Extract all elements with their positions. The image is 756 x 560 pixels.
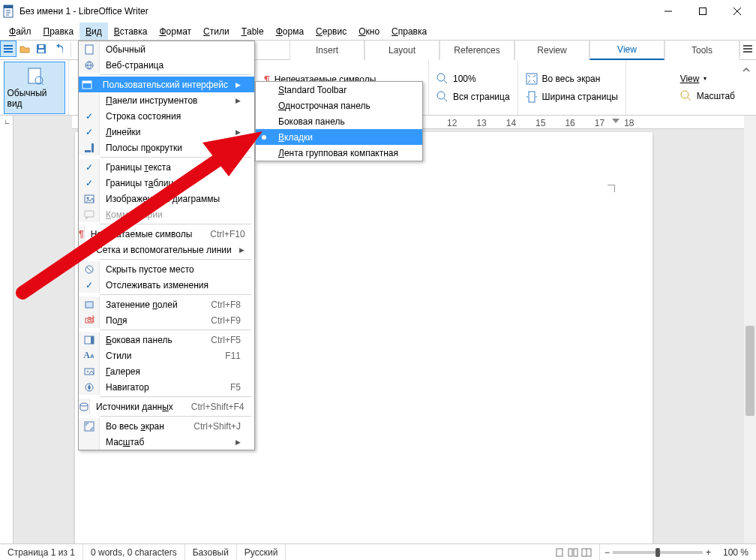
menu-item[interactable]: abПоляCtrl+F9 — [79, 312, 254, 328]
menu-item[interactable]: Галерея — [79, 363, 254, 379]
menu-item-label: Боковая панель — [100, 335, 193, 345]
close-button[interactable] — [720, 0, 754, 23]
menu-item[interactable]: ¶Непечатаемые символыCtrl+F10 — [79, 226, 254, 242]
collapse-ribbon-button[interactable] — [738, 62, 754, 78]
fullscreen-button[interactable]: Во весь экран — [523, 71, 621, 86]
menu-item[interactable]: Веб-страница — [79, 57, 254, 73]
svg-point-25 — [86, 197, 88, 199]
view-menu-button[interactable]: View ▾ — [677, 72, 738, 86]
menu-item-label: Изображения и диаграммы — [100, 194, 241, 204]
menu-правка[interactable]: Правка — [38, 23, 80, 40]
menu-shortcut: Ctrl+F10 — [192, 229, 244, 239]
submenu-item[interactable]: Лента групповая компактная — [256, 145, 422, 161]
menu-вид[interactable]: Вид — [80, 23, 108, 40]
normal-view-button[interactable]: Обычный вид — [4, 62, 65, 114]
submenu-item[interactable]: Однострочная панель — [256, 98, 422, 113]
menu-item[interactable]: Во весь экранCtrl+Shift+J — [79, 418, 254, 434]
status-style[interactable]: Базовый — [185, 544, 237, 560]
menu-item[interactable]: Затенение полейCtrl+F8 — [79, 297, 254, 312]
svg-point-8 — [437, 74, 445, 81]
ribbon-tab-review[interactable]: Review — [514, 41, 590, 60]
menu-item[interactable]: ✓Линейки▶ — [79, 124, 254, 140]
menu-item[interactable]: ✓Границы текста — [79, 159, 254, 175]
status-words[interactable]: 0 words, 0 characters — [83, 544, 185, 560]
normal-view-label: Обычный вид — [8, 88, 62, 109]
bullet-icon — [256, 145, 272, 161]
menu-item[interactable]: Панели инструментов▶ — [79, 92, 254, 108]
maximize-button[interactable] — [686, 0, 720, 23]
menu-сервис[interactable]: Сервис — [310, 23, 352, 40]
submenu-item[interactable]: Боковая панель — [256, 113, 422, 129]
ribbon-tab-view[interactable]: View — [590, 41, 664, 60]
status-page[interactable]: Страница 1 из 1 — [0, 544, 83, 560]
blank-icon: ✓ — [79, 277, 100, 293]
doc-icon — [79, 41, 100, 57]
ribbon-overflow-button[interactable] — [740, 41, 756, 57]
menu-item[interactable]: Полосы прокрутки▶ — [79, 140, 254, 155]
scale-button[interactable]: Масштаб — [677, 89, 738, 104]
qa-undo-button[interactable] — [50, 41, 66, 57]
status-zoom[interactable]: 100 % — [716, 544, 756, 560]
menu-item[interactable]: Источники данныхCtrl+Shift+F4 — [79, 399, 254, 414]
menu-item[interactable]: Масштаб▶ — [79, 434, 254, 450]
menu-item[interactable]: Обычный — [79, 41, 254, 57]
menu-shortcut: Ctrl+F8 — [193, 300, 241, 310]
zoom-100-button[interactable]: 100% — [434, 71, 513, 86]
view-menu-dropdown[interactable]: ОбычныйВеб-страницаПользовательский инте… — [78, 41, 255, 450]
menu-shortcut: Ctrl+Shift+J — [176, 421, 241, 432]
ribbon-tab-insert[interactable]: Insert — [290, 41, 364, 60]
menu-item[interactable]: ✓Границы таблиц — [79, 175, 254, 191]
menu-item[interactable]: Скрыть пустое место — [79, 261, 254, 277]
menu-item[interactable]: ✓Отслеживать изменения — [79, 277, 254, 293]
menu-item[interactable]: Изображения и диаграммы — [79, 191, 254, 206]
menu-item-label: Источники данных — [90, 402, 173, 412]
vertical-scrollbar[interactable] — [744, 116, 756, 543]
menu-стили[interactable]: Стили — [197, 23, 236, 40]
submenu-item-label: Вкладки — [272, 132, 409, 143]
statusbar: Страница 1 из 1 0 words, 0 characters Ба… — [0, 543, 756, 560]
ribbon-tab-layout[interactable]: Layout — [364, 41, 440, 60]
side-icon — [79, 332, 100, 348]
submenu-item[interactable]: Standard Toolbar — [256, 82, 422, 98]
menu-формат[interactable]: Формат — [153, 23, 197, 40]
zoom-in-icon[interactable]: + — [706, 547, 711, 558]
ribbon-tab-tools[interactable]: Tools — [664, 41, 740, 60]
minimize-button[interactable] — [651, 0, 686, 23]
zoom-out-icon[interactable]: − — [604, 547, 610, 558]
zoom-slider[interactable]: − + — [600, 547, 716, 558]
menu-item[interactable]: AAСтилиF11 — [79, 348, 254, 363]
titlebar: Без имени 1 - LibreOffice Writer — [0, 0, 756, 23]
qa-open-button[interactable] — [16, 41, 33, 57]
status-view-icons[interactable] — [547, 544, 600, 560]
submenu-item[interactable]: Вкладки — [256, 129, 422, 145]
menu-окно[interactable]: Окно — [352, 23, 386, 40]
ribbon-tab-references[interactable]: References — [440, 41, 514, 60]
menu-форма[interactable]: Форма — [270, 23, 310, 40]
qa-save-button[interactable] — [33, 41, 50, 57]
menu-item-label: Затенение полей — [100, 300, 193, 310]
user-interface-submenu[interactable]: Standard ToolbarОднострочная панельБоков… — [255, 81, 423, 161]
svg-rect-26 — [85, 211, 94, 217]
qa-menu-button[interactable] — [0, 41, 16, 57]
menu-item[interactable]: НавигаторF5 — [79, 379, 254, 395]
menu-файл[interactable]: Файл — [3, 23, 38, 40]
menu-item[interactable]: ✓Строка состояния — [79, 108, 254, 124]
menu-item[interactable]: Боковая панельCtrl+F5 — [79, 332, 254, 348]
status-language[interactable]: Русский — [237, 544, 286, 560]
db-icon — [79, 399, 90, 414]
page-width-button[interactable]: Ширина страницы — [523, 89, 621, 104]
whole-page-button[interactable]: Вся страница — [434, 89, 513, 104]
shade-icon — [79, 297, 100, 312]
svg-rect-6 — [28, 68, 40, 83]
menu-вставка[interactable]: Вставка — [108, 23, 154, 40]
menu-item[interactable]: Сетка и вспомогательные линии▶ — [79, 242, 254, 257]
menubar[interactable]: ФайлПравкаВидВставкаФорматСтилиTableФорм… — [0, 23, 756, 41]
menu-item-label: Комментарии — [100, 209, 241, 220]
menu-справка[interactable]: Справка — [386, 23, 433, 40]
submenu-arrow-icon: ▶ — [228, 97, 241, 104]
scrollbar-thumb[interactable] — [746, 326, 754, 416]
menu-item[interactable]: Пользовательский интерфейс▶ — [79, 77, 254, 92]
menu-shortcut: Ctrl+F5 — [193, 335, 241, 345]
svg-rect-2 — [700, 8, 706, 15]
menu-table[interactable]: Table — [236, 23, 270, 40]
